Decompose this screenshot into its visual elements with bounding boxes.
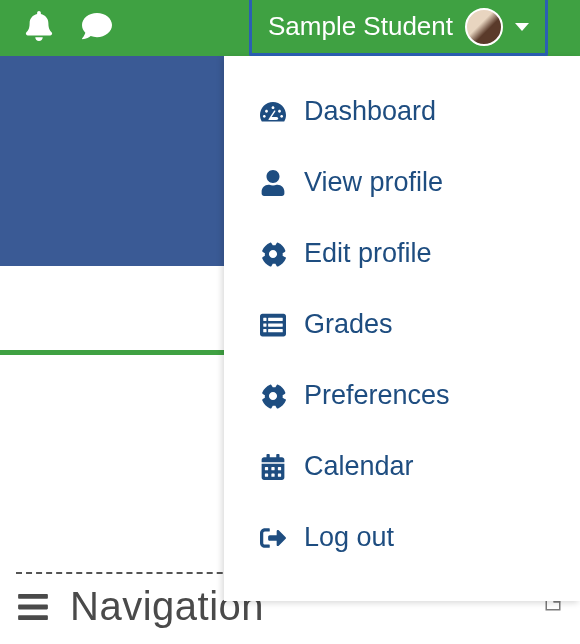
menu-item-label: Edit profile [304,238,432,269]
menu-item-dashboard[interactable]: Dashboard [224,76,580,147]
menu-item-logout[interactable]: Log out [224,502,580,573]
menu-item-label: Log out [304,522,394,553]
messages-icon[interactable] [82,11,112,45]
notifications-icon[interactable] [24,11,54,45]
user-display-name: Sample Student [268,11,453,42]
topbar: Sample Student [0,0,580,56]
gear-icon [258,381,288,411]
bars-icon [16,590,50,624]
chevron-down-icon [515,23,529,31]
menu-item-view-profile[interactable]: View profile [224,147,580,218]
user-menu-trigger[interactable]: Sample Student [249,0,548,56]
menu-item-label: Preferences [304,380,450,411]
dashboard-icon [258,97,288,127]
menu-item-edit-profile[interactable]: Edit profile [224,218,580,289]
menu-item-label: Calendar [304,451,414,482]
menu-item-label: Dashboard [304,96,436,127]
topbar-left [0,11,112,45]
list-icon [258,310,288,340]
calendar-icon [258,452,288,482]
menu-item-calendar[interactable]: Calendar [224,431,580,502]
gear-icon [258,239,288,269]
user-dropdown-menu: Dashboard View profile Edit profile Grad… [224,56,580,601]
section-divider [0,350,224,355]
menu-item-grades[interactable]: Grades [224,289,580,360]
menu-item-label: View profile [304,167,443,198]
menu-item-preferences[interactable]: Preferences [224,360,580,431]
avatar [465,8,503,46]
user-icon [258,168,288,198]
menu-item-label: Grades [304,309,393,340]
logout-icon [258,523,288,553]
